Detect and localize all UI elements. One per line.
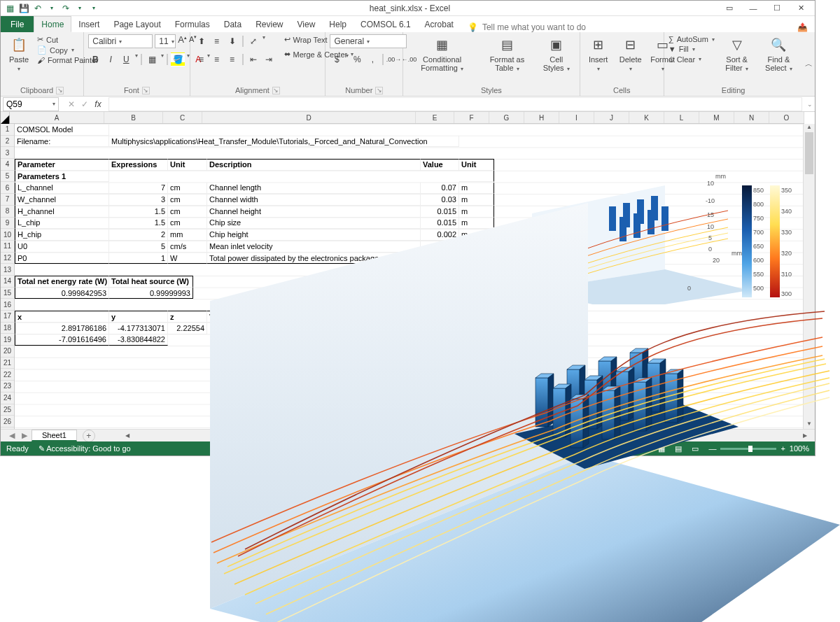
accounting-format-icon[interactable]: $	[330, 52, 344, 66]
cell-C12[interactable]: W	[168, 253, 207, 264]
cell-A10[interactable]: H_chip	[15, 229, 109, 241]
undo-dropdown[interactable]: ▾	[47, 3, 57, 13]
row-header[interactable]: 13	[1, 264, 14, 276]
cell-E4[interactable]: Value	[421, 159, 459, 171]
cell-C9[interactable]: cm	[168, 218, 207, 229]
cell-B18[interactable]: -4.177313071	[109, 323, 168, 334]
cell-F7[interactable]: m	[459, 194, 494, 206]
row-header[interactable]: 15	[1, 288, 14, 299]
cell-B19[interactable]: -3.830844822	[109, 334, 168, 346]
zoom-in-button[interactable]: +	[780, 444, 785, 453]
row-header[interactable]: 18	[1, 323, 14, 334]
fill-button[interactable]: ▼ Fill ▾	[668, 44, 715, 54]
cell-A11[interactable]: U0	[15, 241, 109, 253]
row-header[interactable]: 5	[1, 171, 14, 183]
cell-E12[interactable]: 1	[421, 253, 459, 264]
cell-B8[interactable]: 1.5	[109, 206, 168, 218]
cell-C17[interactable]: z	[168, 311, 207, 323]
cell-A4[interactable]: Parameter	[15, 159, 109, 171]
scroll-left-arrow[interactable]: ◀	[123, 432, 132, 439]
formula-input[interactable]	[108, 97, 802, 111]
align-bottom-icon[interactable]: ⬇	[225, 34, 239, 48]
cell-C11[interactable]: cm/s	[168, 241, 207, 253]
row-header[interactable]: 17	[1, 311, 14, 323]
cell-A15[interactable]: 0.999842953	[15, 288, 109, 299]
row-header[interactable]: 23	[1, 381, 14, 393]
row-header[interactable]: 7	[1, 194, 14, 206]
align-left-icon[interactable]: ≡	[195, 52, 209, 66]
scroll-down-arrow[interactable]: ▼	[804, 420, 815, 429]
redo-icon[interactable]: ↷	[61, 3, 71, 13]
decrease-indent-icon[interactable]: ⇤	[246, 52, 260, 66]
conditional-formatting-button[interactable]: ▦Conditional Formatting ▾	[407, 34, 477, 74]
undo-icon[interactable]: ↶	[33, 3, 43, 13]
cell-F11[interactable]: m/s	[459, 241, 494, 253]
row-header[interactable]: 25	[1, 404, 14, 416]
cell-E10[interactable]: 0.002	[421, 229, 459, 241]
row-header[interactable]: 11	[1, 241, 14, 253]
maximize-button[interactable]: ☐	[769, 2, 785, 15]
tab-help[interactable]: Help	[322, 16, 354, 32]
cell-B17[interactable]: y	[109, 311, 168, 323]
row-header[interactable]: 21	[1, 358, 14, 369]
cell-A1[interactable]: COMSOL Model	[15, 124, 109, 136]
bold-button[interactable]: B	[88, 52, 102, 66]
row-header[interactable]: 26	[1, 416, 14, 427]
redo-dropdown[interactable]: ▾	[75, 3, 85, 13]
zoom-slider[interactable]	[720, 448, 776, 450]
minimize-button[interactable]: —	[745, 2, 762, 15]
align-right-icon[interactable]: ≡	[225, 52, 239, 66]
cell-C18[interactable]: 2.22554	[168, 323, 207, 334]
sheet-tab-sheet1[interactable]: Sheet1	[31, 430, 77, 441]
zoom-out-button[interactable]: —	[708, 444, 716, 453]
cell-C4[interactable]: Unit	[168, 159, 207, 171]
view-page-layout-icon[interactable]: ▤	[675, 444, 682, 453]
cell-D11[interactable]: Mean inlet velocity	[207, 241, 421, 253]
cell-D4[interactable]: Description	[207, 159, 421, 171]
cell-E6[interactable]: 0.07	[421, 183, 459, 195]
close-button[interactable]: ✕	[792, 2, 809, 15]
font-size-select[interactable]: 11▾	[155, 34, 176, 48]
row-header[interactable]: 9	[1, 218, 14, 229]
tell-me-search[interactable]: 💡 Tell me what you want to do	[468, 22, 586, 32]
cell-B4[interactable]: Expressions	[109, 159, 168, 171]
tab-insert[interactable]: Insert	[71, 16, 106, 32]
cell-styles-button[interactable]: ▣Cell Styles ▾	[538, 34, 575, 74]
delete-cells-button[interactable]: ⊟Delete▾	[617, 34, 645, 74]
autosum-button[interactable]: ∑ AutoSum ▾	[668, 34, 715, 44]
cell-A5[interactable]: Parameters 1	[15, 171, 109, 183]
scroll-right-arrow[interactable]: ▶	[801, 432, 809, 439]
row-header[interactable]: 1	[1, 124, 14, 136]
borders-button[interactable]: ▦	[145, 52, 159, 66]
cell-F12[interactable]: W	[459, 253, 494, 264]
cell-D17[interactable]: Value	[207, 311, 249, 323]
cell-C10[interactable]: mm	[168, 229, 207, 241]
cell-C6[interactable]: cm	[168, 183, 207, 195]
cell-D6[interactable]: Channel length	[207, 183, 421, 195]
tab-formulas[interactable]: Formulas	[168, 16, 217, 32]
tab-view[interactable]: View	[290, 16, 323, 32]
cell-A6[interactable]: L_channel	[15, 183, 109, 195]
row-header[interactable]: 4	[1, 159, 14, 171]
tab-home[interactable]: Home	[34, 16, 71, 32]
cell-A7[interactable]: W_channel	[15, 194, 109, 206]
view-page-break-icon[interactable]: ▭	[692, 444, 699, 453]
align-top-icon[interactable]: ⬆	[195, 34, 209, 48]
accessibility-status[interactable]: ✎ Accessibility: Good to go	[38, 444, 131, 453]
cell-A12[interactable]: P0	[15, 253, 109, 264]
qat-customize[interactable]: ▾	[89, 3, 99, 13]
view-normal-icon[interactable]: ▦	[658, 444, 665, 453]
share-button[interactable]: 📤	[797, 22, 808, 32]
align-center-icon[interactable]: ≡	[210, 52, 224, 66]
select-all-corner[interactable]: ◢	[1, 112, 10, 124]
increase-decimal-icon[interactable]: .00→	[386, 52, 400, 66]
save-icon[interactable]: 💾	[19, 3, 29, 13]
tab-page-layout[interactable]: Page Layout	[106, 16, 167, 32]
format-as-table-button[interactable]: ▤Format as Table ▾	[481, 34, 533, 74]
scroll-up-arrow[interactable]: ▲	[804, 124, 815, 132]
expand-formula-bar[interactable]: ⌄	[805, 101, 815, 108]
percent-format-icon[interactable]: %	[350, 52, 364, 66]
cell-C8[interactable]: cm	[168, 206, 207, 218]
cell-B10[interactable]: 2	[109, 229, 168, 241]
cell-A2[interactable]: Filename:	[15, 136, 109, 148]
